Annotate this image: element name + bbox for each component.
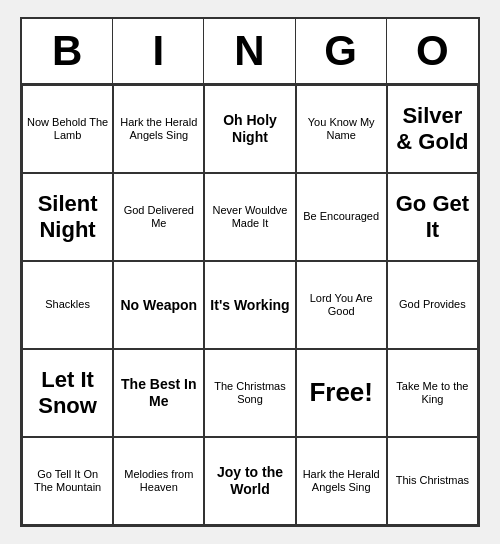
bingo-cell-4: Silver & Gold xyxy=(387,85,478,173)
bingo-header: BINGO xyxy=(22,19,478,85)
bingo-cell-7: Never Wouldve Made It xyxy=(204,173,295,261)
bingo-cell-10: Shackles xyxy=(22,261,113,349)
bingo-cell-1: Hark the Herald Angels Sing xyxy=(113,85,204,173)
bingo-cell-19: Take Me to the King xyxy=(387,349,478,437)
bingo-cell-12: It's Working xyxy=(204,261,295,349)
bingo-cell-16: The Best In Me xyxy=(113,349,204,437)
bingo-cell-21: Melodies from Heaven xyxy=(113,437,204,525)
bingo-cell-14: God Provides xyxy=(387,261,478,349)
bingo-cell-17: The Christmas Song xyxy=(204,349,295,437)
bingo-cell-0: Now Behold The Lamb xyxy=(22,85,113,173)
bingo-cell-11: No Weapon xyxy=(113,261,204,349)
bingo-cell-15: Let It Snow xyxy=(22,349,113,437)
header-letter-b: B xyxy=(22,19,113,85)
bingo-cell-24: This Christmas xyxy=(387,437,478,525)
bingo-cell-18: Free! xyxy=(296,349,387,437)
bingo-grid: Now Behold The LambHark the Herald Angel… xyxy=(22,85,478,525)
header-letter-n: N xyxy=(204,19,295,85)
bingo-cell-8: Be Encouraged xyxy=(296,173,387,261)
header-letter-g: G xyxy=(296,19,387,85)
bingo-cell-6: God Delivered Me xyxy=(113,173,204,261)
bingo-card: BINGO Now Behold The LambHark the Herald… xyxy=(20,17,480,527)
bingo-cell-23: Hark the Herald Angels Sing xyxy=(296,437,387,525)
bingo-cell-22: Joy to the World xyxy=(204,437,295,525)
header-letter-i: I xyxy=(113,19,204,85)
bingo-cell-20: Go Tell It On The Mountain xyxy=(22,437,113,525)
bingo-cell-13: Lord You Are Good xyxy=(296,261,387,349)
bingo-cell-9: Go Get It xyxy=(387,173,478,261)
bingo-cell-3: You Know My Name xyxy=(296,85,387,173)
bingo-cell-5: Silent Night xyxy=(22,173,113,261)
bingo-cell-2: Oh Holy Night xyxy=(204,85,295,173)
header-letter-o: O xyxy=(387,19,478,85)
